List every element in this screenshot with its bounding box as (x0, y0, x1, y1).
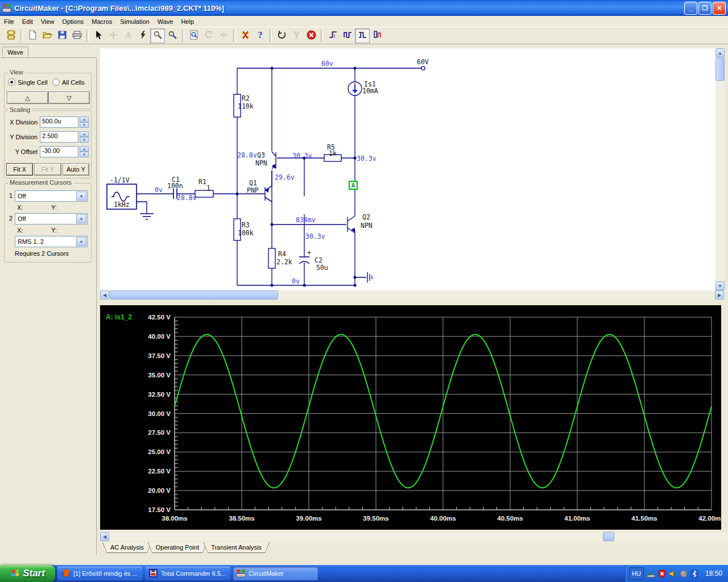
new-document-button[interactable] (25, 28, 40, 43)
cell-down-button[interactable]: ▽ (48, 92, 90, 104)
open-file-button[interactable] (40, 28, 55, 43)
schematic-vscrollbar[interactable]: ▲ ▼ (715, 48, 725, 290)
reset-simulation-button[interactable] (274, 28, 289, 43)
schematic-hscrollbar[interactable]: ◀ ▶ (100, 290, 725, 300)
x-division-spinner[interactable]: ▲▼ (80, 117, 89, 128)
help-button[interactable]: ? (253, 28, 267, 43)
scroll-right-icon[interactable]: ▶ (715, 290, 724, 300)
y-offset-spinner[interactable]: ▲▼ (80, 146, 89, 157)
restore-button[interactable]: ❐ (698, 2, 712, 15)
save-file-button[interactable] (55, 28, 69, 43)
vscroll-thumb[interactable] (715, 58, 725, 81)
x-tick-label: 40.50ms (497, 515, 523, 522)
parts-browser-button[interactable] (3, 28, 18, 43)
tab-ac-analysis[interactable]: AC Analysis (102, 542, 152, 553)
rotate-tool-button[interactable] (201, 28, 216, 43)
radio-single-cell-dot[interactable] (8, 78, 15, 86)
cursor-2-combo[interactable]: Off ▼ (15, 213, 88, 225)
hscroll-thumb[interactable] (110, 290, 278, 300)
wire-tool-button[interactable] (135, 28, 150, 43)
print-button[interactable] (69, 28, 84, 43)
y-division-spinner[interactable]: ▲▼ (80, 131, 89, 143)
cell-up-button[interactable]: △ (7, 92, 48, 104)
language-indicator[interactable]: HU (629, 567, 644, 580)
minimize-button[interactable]: _ (684, 2, 697, 15)
wave-digital-button[interactable] (370, 28, 384, 43)
scaling-row-y-offset: Y Offset -30.00 ▲▼ (7, 146, 90, 159)
schematic-label: 1k (329, 149, 337, 157)
x-division-input[interactable]: 500.0u (40, 117, 78, 128)
cursor-function-combo[interactable]: RMS 1..2 ▼ (15, 236, 88, 247)
chevron-down-icon[interactable]: ▼ (76, 237, 86, 246)
tab-transient-analysis[interactable]: Transient Analysis (203, 542, 270, 553)
menu-item-macros[interactable]: Macros (88, 17, 116, 26)
y-offset-input[interactable]: -30.00 (40, 146, 78, 157)
chevron-down-icon[interactable]: ▼ (76, 192, 86, 201)
start-button[interactable]: Start (0, 565, 55, 582)
wave-digital-icon (373, 30, 382, 41)
svg-text:A: A (125, 31, 131, 40)
taskbar-task-firefox[interactable]: [1] Erősítő mindig és ... (57, 567, 143, 580)
tab-operating-point[interactable]: Operating Point (148, 542, 207, 553)
y-division-input[interactable]: 2.500 (40, 131, 78, 143)
wave-pulse-button[interactable] (355, 28, 370, 43)
radio-all-cells-dot[interactable] (52, 78, 60, 86)
scroll-down-icon[interactable]: ▼ (715, 281, 725, 290)
taskbar-task-circuitmaker[interactable]: CircuitMaker (233, 567, 318, 580)
wave-step-button[interactable] (325, 28, 340, 43)
menu-item-options[interactable]: Options (58, 17, 88, 26)
spin-down-icon[interactable]: ▼ (80, 137, 89, 143)
volume-speaker-icon[interactable] (668, 569, 677, 578)
zoom-tool-icon (168, 30, 177, 41)
fit-x-button[interactable]: Fit X (6, 163, 33, 176)
edit-connections-button[interactable] (238, 28, 253, 43)
plus-tool-button[interactable] (106, 28, 121, 43)
spin-down-icon[interactable]: ▼ (80, 152, 89, 157)
close-button[interactable]: ✕ (713, 2, 726, 15)
menu-item-edit[interactable]: Edit (18, 17, 37, 26)
firefox-icon (61, 568, 71, 579)
tab-wave[interactable]: Wave (2, 47, 28, 58)
search-document-button[interactable] (187, 28, 201, 43)
text-tool-button[interactable]: A (121, 28, 135, 43)
spin-down-icon[interactable]: ▼ (80, 122, 89, 128)
cursor-1-combo[interactable]: Off ▼ (15, 190, 88, 202)
spin-up-icon[interactable]: ▲ (80, 146, 89, 152)
mirror-tool-button[interactable] (216, 28, 231, 43)
cursor-index: 2 (9, 215, 13, 222)
schematic-canvas[interactable]: A 60v60VR2110kIs110mA28.8vQ3NPN30.3vR51k… (100, 48, 715, 290)
spin-up-icon[interactable]: ▲ (80, 131, 89, 137)
scroll-left-icon[interactable]: ◀ (100, 290, 109, 300)
wave-square-button[interactable] (340, 28, 355, 43)
scroll-up-icon[interactable]: ▲ (715, 48, 725, 57)
arrow-tool-button[interactable] (91, 28, 106, 43)
save-file-icon (57, 30, 67, 41)
security-shield-icon[interactable] (657, 569, 667, 578)
pen-tablet-icon[interactable] (647, 569, 656, 578)
schematic-label: R1 (198, 178, 206, 186)
menu-item-wave[interactable]: Wave (154, 17, 177, 26)
radio-all-cells[interactable]: All Cells (52, 78, 85, 86)
menu-item-file[interactable]: File (0, 17, 18, 26)
auto-y-button[interactable]: Auto Y (63, 163, 89, 176)
bluetooth-icon[interactable] (690, 569, 699, 578)
scroll-left-icon[interactable]: ◀ (100, 532, 109, 541)
menu-item-help[interactable]: Help (177, 17, 198, 26)
radio-single-cell[interactable]: Single Cell (8, 78, 48, 86)
zoom-tool-button[interactable] (165, 28, 180, 43)
wrench-tool-button[interactable] (289, 28, 304, 43)
menu-item-view[interactable]: View (37, 17, 59, 26)
waveform-panel[interactable]: A: is1_2 42.50 V40.00 V37.50 V35.00 V32.… (100, 305, 721, 530)
wave-hscroll-thumb[interactable] (603, 532, 614, 541)
spin-up-icon[interactable]: ▲ (80, 117, 89, 122)
volume-gray-icon[interactable] (679, 569, 688, 578)
menu-item-simulation[interactable]: Simulation (116, 17, 153, 26)
stop-simulation-button[interactable] (304, 28, 318, 43)
total-commander-icon (148, 568, 158, 579)
taskbar-task-total-commander[interactable]: Total Commander 6.5... (145, 567, 230, 580)
scaling-group-label: Scaling (8, 106, 32, 113)
probe-tool-button[interactable] (150, 28, 165, 43)
chevron-down-icon[interactable]: ▼ (76, 214, 86, 223)
probe-marker-a[interactable]: A (349, 181, 357, 189)
waveform-hscrollbar[interactable]: ◀ (100, 532, 728, 541)
